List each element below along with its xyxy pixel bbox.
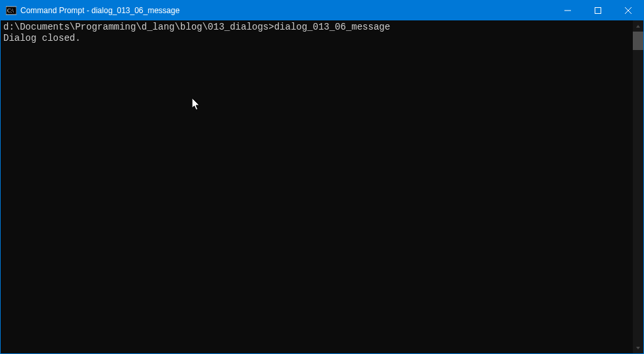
- svg-text:C:\: C:\: [7, 8, 14, 14]
- cmd-icon: C:\: [6, 5, 16, 16]
- scroll-down-button[interactable]: [633, 342, 643, 353]
- close-button[interactable]: [613, 1, 643, 20]
- prompt-path: d:\Documents\Programming\d_lang\blog\013…: [3, 22, 274, 32]
- scroll-up-button[interactable]: [633, 20, 643, 32]
- svg-marker-7: [636, 347, 640, 349]
- maximize-button[interactable]: [583, 1, 613, 20]
- titlebar[interactable]: C:\ Command Prompt - dialog_013_06_messa…: [1, 1, 643, 20]
- terminal-output[interactable]: d:\Documents\Programming\d_lang\blog\013…: [1, 20, 633, 353]
- svg-marker-6: [636, 25, 640, 28]
- window-title: Command Prompt - dialog_013_06_message: [20, 6, 553, 15]
- command-prompt-window: C:\ Command Prompt - dialog_013_06_messa…: [0, 0, 644, 354]
- scroll-thumb[interactable]: [633, 32, 643, 50]
- output-line: Dialog closed.: [3, 33, 633, 44]
- vertical-scrollbar[interactable]: [633, 20, 643, 353]
- svg-rect-3: [595, 8, 601, 14]
- command-text: dialog_013_06_message: [274, 22, 390, 32]
- window-controls: [553, 1, 643, 20]
- minimize-button[interactable]: [553, 1, 583, 20]
- client-area: d:\Documents\Programming\d_lang\blog\013…: [1, 20, 643, 353]
